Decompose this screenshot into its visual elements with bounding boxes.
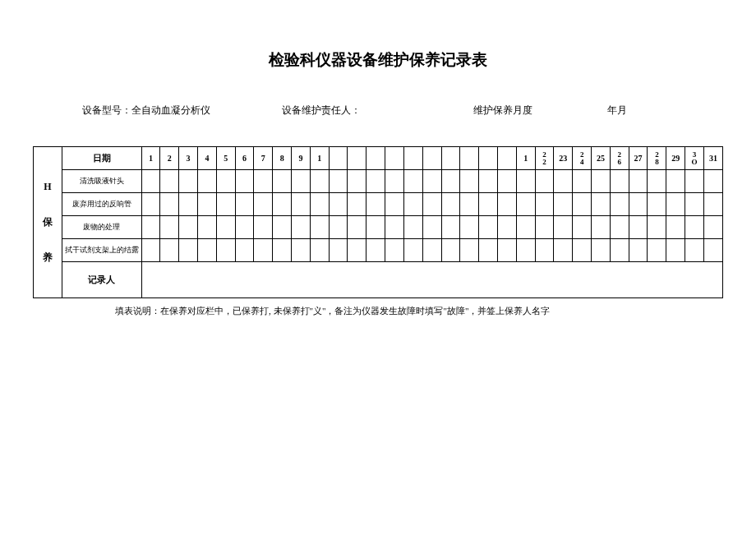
- cell[interactable]: [273, 193, 292, 216]
- cell[interactable]: [403, 239, 422, 262]
- cell[interactable]: [179, 193, 198, 216]
- cell[interactable]: [216, 216, 235, 239]
- cell[interactable]: [554, 193, 573, 216]
- cell[interactable]: [329, 216, 348, 239]
- cell[interactable]: [366, 239, 385, 262]
- cell[interactable]: [685, 239, 704, 262]
- cell[interactable]: [254, 193, 273, 216]
- cell[interactable]: [160, 170, 179, 193]
- cell[interactable]: [348, 239, 366, 262]
- cell[interactable]: [197, 216, 216, 239]
- cell[interactable]: [460, 170, 479, 193]
- cell[interactable]: [666, 239, 685, 262]
- cell[interactable]: [197, 239, 216, 262]
- cell[interactable]: [216, 170, 235, 193]
- cell[interactable]: [460, 239, 479, 262]
- cell[interactable]: [254, 170, 273, 193]
- cell[interactable]: [403, 193, 422, 216]
- cell[interactable]: [703, 170, 722, 193]
- cell[interactable]: [592, 193, 611, 216]
- cell[interactable]: [629, 216, 648, 239]
- cell[interactable]: [254, 216, 273, 239]
- cell[interactable]: [703, 239, 722, 262]
- cell[interactable]: [235, 216, 254, 239]
- cell[interactable]: [160, 193, 179, 216]
- cell[interactable]: [329, 170, 348, 193]
- cell[interactable]: [160, 216, 179, 239]
- cell[interactable]: [516, 216, 535, 239]
- cell[interactable]: [366, 170, 385, 193]
- cell[interactable]: [685, 193, 704, 216]
- cell[interactable]: [385, 239, 404, 262]
- cell[interactable]: [479, 239, 498, 262]
- cell[interactable]: [385, 170, 404, 193]
- cell[interactable]: [273, 239, 292, 262]
- cell[interactable]: [197, 193, 216, 216]
- cell[interactable]: [460, 193, 479, 216]
- cell[interactable]: [292, 193, 311, 216]
- cell[interactable]: [216, 239, 235, 262]
- cell[interactable]: [422, 239, 441, 262]
- cell[interactable]: [160, 239, 179, 262]
- cell[interactable]: [310, 170, 329, 193]
- cell[interactable]: [441, 216, 460, 239]
- cell[interactable]: [497, 193, 516, 216]
- cell[interactable]: [141, 239, 160, 262]
- cell[interactable]: [441, 193, 460, 216]
- cell[interactable]: [310, 216, 329, 239]
- cell[interactable]: [610, 193, 629, 216]
- cell[interactable]: [516, 170, 535, 193]
- cell[interactable]: [703, 193, 722, 216]
- cell[interactable]: [573, 193, 592, 216]
- cell[interactable]: [516, 193, 535, 216]
- cell[interactable]: [310, 193, 329, 216]
- cell[interactable]: [592, 239, 611, 262]
- cell[interactable]: [403, 170, 422, 193]
- cell[interactable]: [348, 193, 366, 216]
- cell[interactable]: [573, 170, 592, 193]
- cell[interactable]: [648, 239, 666, 262]
- cell[interactable]: [329, 193, 348, 216]
- cell[interactable]: [535, 170, 554, 193]
- cell[interactable]: [348, 170, 366, 193]
- cell[interactable]: [273, 170, 292, 193]
- cell[interactable]: [592, 170, 611, 193]
- cell[interactable]: [629, 193, 648, 216]
- cell[interactable]: [179, 170, 198, 193]
- cell[interactable]: [666, 216, 685, 239]
- cell[interactable]: [592, 216, 611, 239]
- cell[interactable]: [348, 216, 366, 239]
- cell[interactable]: [179, 239, 198, 262]
- cell[interactable]: [366, 216, 385, 239]
- cell[interactable]: [685, 170, 704, 193]
- cell[interactable]: [554, 170, 573, 193]
- cell[interactable]: [535, 216, 554, 239]
- cell[interactable]: [554, 239, 573, 262]
- cell[interactable]: [497, 239, 516, 262]
- cell[interactable]: [197, 170, 216, 193]
- cell[interactable]: [310, 239, 329, 262]
- cell[interactable]: [666, 170, 685, 193]
- cell[interactable]: [292, 239, 311, 262]
- cell[interactable]: [179, 216, 198, 239]
- cell[interactable]: [573, 216, 592, 239]
- cell[interactable]: [479, 170, 498, 193]
- cell[interactable]: [235, 239, 254, 262]
- cell[interactable]: [497, 170, 516, 193]
- cell[interactable]: [385, 216, 404, 239]
- cell[interactable]: [479, 216, 498, 239]
- cell[interactable]: [441, 239, 460, 262]
- cell[interactable]: [385, 193, 404, 216]
- cell[interactable]: [479, 193, 498, 216]
- cell[interactable]: [516, 239, 535, 262]
- recorder-cell[interactable]: [141, 262, 722, 298]
- cell[interactable]: [497, 216, 516, 239]
- cell[interactable]: [403, 216, 422, 239]
- cell[interactable]: [292, 170, 311, 193]
- cell[interactable]: [422, 193, 441, 216]
- cell[interactable]: [366, 193, 385, 216]
- cell[interactable]: [441, 170, 460, 193]
- cell[interactable]: [235, 193, 254, 216]
- cell[interactable]: [573, 239, 592, 262]
- cell[interactable]: [554, 216, 573, 239]
